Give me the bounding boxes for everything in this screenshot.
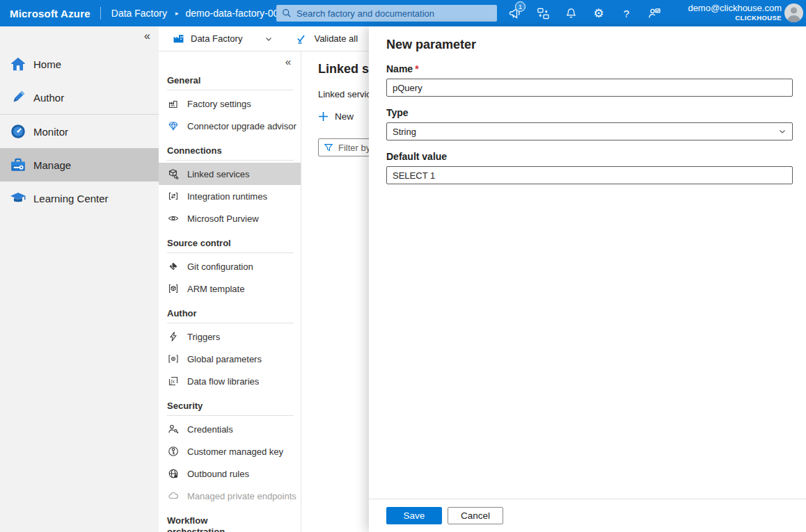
notification-badge: 1 xyxy=(515,1,526,12)
chevron-down-icon[interactable] xyxy=(264,35,273,43)
nav-item-learning-center[interactable]: Learning Center xyxy=(0,182,159,215)
svg-text:fx: fx xyxy=(171,378,175,385)
plus-icon xyxy=(318,111,329,122)
menu-item-customer-managed-key[interactable]: Customer managed key xyxy=(159,440,301,462)
nav-item-manage[interactable]: Manage xyxy=(0,148,159,182)
validate-all-button[interactable]: Validate all xyxy=(296,33,358,45)
switch-factory-icon xyxy=(537,7,550,20)
fx-frame-icon: fx xyxy=(168,376,179,387)
notifications-button[interactable] xyxy=(557,0,585,26)
menu-item-label: Factory settings xyxy=(187,99,251,109)
gear-icon: ⚙ xyxy=(593,8,603,19)
chevron-down-icon xyxy=(778,127,787,136)
nav-item-label: Author xyxy=(33,92,64,104)
arm-template-icon xyxy=(168,283,179,294)
name-label: Name* xyxy=(386,63,793,75)
settings-button[interactable]: ⚙ xyxy=(585,0,613,26)
menu-item-connector-upgrade-advisor[interactable]: Connector upgrade advisor xyxy=(159,115,301,137)
person-key-icon xyxy=(168,424,179,435)
nav-item-home[interactable]: Home xyxy=(0,47,159,81)
nav-item-monitor[interactable]: Monitor xyxy=(0,115,159,148)
menu-item-label: Integration runtimes xyxy=(187,191,267,202)
panel-footer: Save Cancel xyxy=(369,499,806,532)
cancel-button[interactable]: Cancel xyxy=(448,507,503,524)
git-icon xyxy=(168,261,179,272)
menu-item-integration-runtimes[interactable]: Integration runtimes xyxy=(159,185,301,207)
validate-all-label: Validate all xyxy=(314,33,358,44)
default-value-field-group: Default value xyxy=(386,150,793,184)
toolbox-icon xyxy=(9,156,27,174)
menu-item-label: Triggers xyxy=(187,332,220,342)
menu-item-label: Git configuration xyxy=(187,261,253,272)
announcements-button[interactable]: 1 xyxy=(501,0,529,26)
nav-item-label: Monitor xyxy=(33,126,68,138)
name-label-text: Name xyxy=(386,63,413,74)
search-input[interactable] xyxy=(297,8,491,19)
breadcrumb-app[interactable]: Data Factory xyxy=(111,8,167,19)
bell-icon xyxy=(564,7,578,20)
save-button[interactable]: Save xyxy=(386,507,442,524)
new-parameter-panel: New parameter Name* Type String Default … xyxy=(369,26,806,532)
panel-title: New parameter xyxy=(386,36,793,53)
type-field-group: Type String xyxy=(386,106,793,140)
menu-item-label: Credentials xyxy=(187,424,233,435)
top-bar: Microsoft Azure Data Factory ▸ demo-data… xyxy=(0,0,806,26)
left-nav-collapse-icon[interactable]: « xyxy=(144,30,150,42)
left-nav-items: Home Author Monitor Manage xyxy=(0,47,159,215)
switch-factory-button[interactable] xyxy=(529,0,557,26)
menu-item-outbound-rules[interactable]: Outbound rules xyxy=(159,462,301,485)
menu-item-global-parameters[interactable]: Global parameters xyxy=(159,348,301,370)
menu-item-git-configuration[interactable]: Git configuration xyxy=(159,255,301,277)
required-marker: * xyxy=(415,63,418,74)
section-title: Connections xyxy=(159,137,301,160)
factory-chart-icon xyxy=(168,98,179,109)
section-title: Source control xyxy=(159,229,301,252)
account-info[interactable]: demo@clickhouse.com CLICKHOUSE xyxy=(688,3,782,22)
avatar[interactable] xyxy=(784,3,803,22)
default-value-label: Default value xyxy=(386,150,793,163)
menu-item-factory-settings[interactable]: Factory settings xyxy=(159,92,301,115)
home-icon xyxy=(9,55,27,73)
default-value-input[interactable] xyxy=(386,166,793,184)
feedback-button[interactable] xyxy=(640,0,668,26)
section-divider xyxy=(167,252,294,253)
menu-item-arm-template[interactable]: ARM template xyxy=(159,277,301,300)
menu-item-label: Linked services xyxy=(187,169,250,179)
help-icon: ? xyxy=(624,8,629,19)
menu-item-triggers[interactable]: Triggers xyxy=(159,325,301,348)
name-input[interactable] xyxy=(386,79,793,97)
new-linked-service-button[interactable]: New xyxy=(318,111,367,122)
manage-menu-collapse-icon[interactable]: « xyxy=(159,51,301,67)
panel-body: New parameter Name* Type String Default … xyxy=(369,26,806,184)
type-dropdown[interactable]: String xyxy=(386,122,793,140)
menu-item-microsoft-purview[interactable]: Microsoft Purview xyxy=(159,207,301,229)
globe-icon xyxy=(168,468,179,479)
global-search[interactable] xyxy=(276,5,497,22)
menu-section-connections: Connections Linked services Integration … xyxy=(159,137,301,229)
menu-item-credentials[interactable]: Credentials xyxy=(159,418,301,440)
menu-item-data-flow-libraries[interactable]: fx Data flow libraries xyxy=(159,370,301,392)
menu-item-managed-private-endpoints[interactable]: Managed private endpoints xyxy=(159,485,301,507)
breadcrumb-factory-name[interactable]: demo-data-factory-00 xyxy=(185,8,278,19)
gauge-icon xyxy=(9,122,27,140)
nav-item-label: Home xyxy=(33,58,61,70)
section-divider xyxy=(167,160,294,161)
toolbar-factory-label[interactable]: Data Factory xyxy=(191,33,242,44)
help-button[interactable]: ? xyxy=(613,0,640,26)
menu-section-security: Security Credentials Customer managed ke… xyxy=(159,392,301,507)
menu-item-label: Global parameters xyxy=(187,354,262,364)
brand-title[interactable]: Microsoft Azure xyxy=(10,8,90,19)
menu-item-label: ARM template xyxy=(187,284,244,294)
pencil-icon xyxy=(9,88,27,106)
topbar-buttons: 1 ⚙ ? xyxy=(501,0,668,26)
validate-check-icon xyxy=(296,33,308,45)
name-field-group: Name* xyxy=(386,63,793,97)
linked-cube-icon xyxy=(168,168,179,179)
account-email: demo@clickhouse.com xyxy=(688,3,782,14)
nav-item-author[interactable]: Author xyxy=(0,81,159,114)
eye-icon xyxy=(168,213,179,224)
menu-item-linked-services[interactable]: Linked services xyxy=(159,163,301,185)
at-brackets-icon xyxy=(168,353,179,364)
type-dropdown-value: String xyxy=(393,127,416,137)
lightning-icon xyxy=(168,331,179,342)
